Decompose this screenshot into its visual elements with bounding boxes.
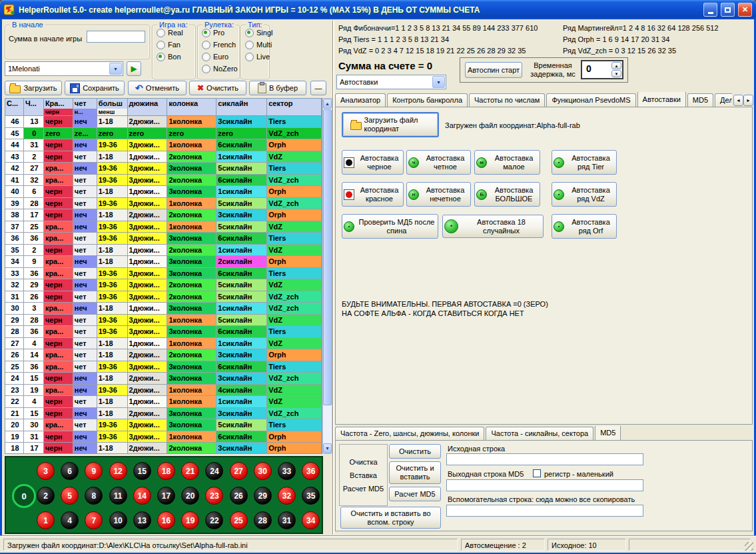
roulette-number[interactable]: 17 xyxy=(157,487,175,505)
radio-icon[interactable] xyxy=(157,41,165,49)
radio-option-Pro[interactable]: Pro xyxy=(202,28,238,37)
table-row[interactable]: 406чернчет1-181дюжи...3колонка1сиклайнOr… xyxy=(5,186,322,198)
table-row[interactable]: 1931черннеч19-363дюжи...1колонка6сиклайн… xyxy=(5,431,322,443)
table-row[interactable]: 1817черннеч1-182дюжи...2колонка3сиклайнO… xyxy=(5,443,322,454)
roulette-number[interactable]: 2 xyxy=(37,487,55,505)
autostake-random18-button[interactable]: • Автоставка 18 случайных xyxy=(442,215,544,238)
start-sum-input[interactable] xyxy=(87,31,145,43)
panel-splitter[interactable] xyxy=(332,21,334,535)
autostake-big-button[interactable]: Б Автоставка БОЛЬШОЕ xyxy=(474,182,540,207)
tab-Частота - сиклайны, сектора[interactable]: Частота - сиклайны, сектора xyxy=(486,427,593,440)
buffer-button[interactable]: В буфер xyxy=(249,81,306,95)
table-row[interactable]: 2030кра...чет19-363дюжи...3колонка5сикла… xyxy=(5,419,322,431)
tab-Функционал PsevdoMS[interactable]: Функционал PsevdoMS xyxy=(546,93,635,107)
table-row[interactable]: 2614кра...чет1-182дюжи...2колонка3сиклай… xyxy=(5,349,322,361)
table-row[interactable]: 349кра...неч1-181дюжи...3колонка2сиклайн… xyxy=(5,256,322,268)
md5-clear-paste-button[interactable]: Очистить и вставить xyxy=(389,461,441,484)
roulette-number[interactable]: 24 xyxy=(205,462,223,480)
autostake-red-button[interactable]: Автоставка красное xyxy=(342,182,404,207)
load-button[interactable]: Загрузить xyxy=(5,81,62,95)
radio-option-Live[interactable]: Live xyxy=(245,52,268,61)
roulette-number[interactable]: 3 xyxy=(37,462,55,480)
md5-output-input[interactable] xyxy=(446,479,643,491)
tab-Контроль банкролла[interactable]: Контроль банкролла xyxy=(387,93,468,107)
tab-Частота - Zero, шансы, дюжины, колонки[interactable]: Частота - Zero, шансы, дюжины, колонки xyxy=(335,427,484,440)
roulette-zero[interactable]: 0 xyxy=(12,484,36,508)
chevron-down-icon[interactable]: ▼ xyxy=(109,63,122,75)
close-button[interactable]: ✕ xyxy=(738,3,752,17)
spin-down-icon[interactable]: ▼ xyxy=(611,70,621,77)
radio-icon[interactable] xyxy=(202,65,210,73)
table-row[interactable]: 274чернчет1-181дюжи...1колонка1сиклайнVd… xyxy=(5,338,322,350)
radio-icon[interactable] xyxy=(157,29,165,37)
radio-icon[interactable] xyxy=(202,41,210,49)
scroll-down-icon[interactable]: ▼ xyxy=(323,443,332,453)
check-md5-button[interactable]: • Проверить МД5 после спина xyxy=(342,214,438,239)
autostake-tier-button[interactable]: • Автоставка ряд Tier xyxy=(552,150,617,175)
roulette-number[interactable]: 33 xyxy=(278,462,296,480)
autostake-black-button[interactable]: Автоставка черное xyxy=(342,150,404,175)
clear-button[interactable]: ✖ Очистить xyxy=(189,81,246,95)
table-row[interactable]: 4132кра...чет19-363дюжи...2колонка6сикла… xyxy=(5,175,322,187)
tab-MD5[interactable]: MD5 xyxy=(687,93,713,107)
tab-Анализатор[interactable]: Анализатор xyxy=(335,93,386,107)
column-header[interactable]: Ч... xyxy=(24,99,44,116)
roulette-number[interactable]: 14 xyxy=(133,487,151,505)
delay-spinner[interactable]: 0 ▲ ▼ xyxy=(581,60,623,79)
roulette-number[interactable]: 21 xyxy=(181,462,199,480)
table-row[interactable]: 2115черннеч1-182дюжи...3колонка3сиклайнV… xyxy=(5,408,322,420)
table-scrollbar[interactable]: ▲ ▼ xyxy=(322,98,332,454)
table-row[interactable]: 224чернчет1-181дюжи...1колонка1сиклайнVd… xyxy=(5,396,322,408)
radio-icon[interactable] xyxy=(157,53,165,61)
table-row[interactable]: 2928чернчет19-363дюжи...1колонка5сиклайн… xyxy=(5,315,322,327)
roulette-number[interactable]: 12 xyxy=(109,462,127,480)
radio-option-Bon[interactable]: Bon xyxy=(157,52,194,61)
spin-up-icon[interactable]: ▲ xyxy=(611,62,621,69)
tab-Автоставки[interactable]: Автоставки xyxy=(637,92,686,107)
table-row[interactable]: 4431черннеч19-363дюжи...1колонка6сиклайн… xyxy=(5,139,322,151)
roulette-number[interactable]: 23 xyxy=(205,487,223,505)
roulette-number[interactable]: 27 xyxy=(230,462,248,480)
radio-icon[interactable] xyxy=(245,29,254,37)
table-row[interactable]: 3126чернчет19-363дюжи...2колонка5сиклайн… xyxy=(5,291,322,303)
radio-option-Singl[interactable]: Singl xyxy=(245,28,268,37)
roulette-number[interactable]: 29 xyxy=(254,487,272,505)
chevron-down-icon[interactable]: ▼ xyxy=(432,76,445,88)
roulette-number[interactable]: 5 xyxy=(61,487,79,505)
table-row[interactable]: 4227кра...неч19-363дюжи...3колонка5сикла… xyxy=(5,163,322,175)
load-coords-button[interactable]: Загрузить файл координат xyxy=(342,112,439,137)
autostake-small-button[interactable]: м Автоставка малое xyxy=(474,150,540,175)
roulette-number[interactable]: 9 xyxy=(85,462,103,480)
roulette-number[interactable]: 26 xyxy=(230,487,248,505)
roulette-number[interactable]: 20 xyxy=(181,487,199,505)
tab-Частоты по числам[interactable]: Частоты по числам xyxy=(469,93,545,107)
autospin-start-button[interactable]: Автоспин старт xyxy=(465,62,522,78)
column-header[interactable]: большменш xyxy=(97,99,128,116)
roulette-number[interactable]: 35 xyxy=(302,487,320,505)
radio-icon[interactable] xyxy=(245,41,254,49)
table-row[interactable]: 3229черннеч19-363дюжи...2колонка5сиклайн… xyxy=(5,279,322,291)
table-row[interactable]: 3928чернчет19-363дюжи...1колонка5сиклайн… xyxy=(5,198,322,210)
roulette-number[interactable]: 25 xyxy=(230,511,248,529)
md5-clear-button[interactable]: Очистить xyxy=(389,444,441,459)
radio-option-Euro[interactable]: Euro xyxy=(202,52,238,61)
roulette-number[interactable]: 36 xyxy=(302,462,320,480)
table-row[interactable]: 450zeroze...zerozerozerozeroVdZ_zch xyxy=(5,128,322,140)
column-header[interactable]: колонка xyxy=(167,99,216,116)
md5-source-input[interactable] xyxy=(446,453,643,465)
md5-aux-input[interactable] xyxy=(446,505,643,517)
table-row[interactable]: 2415черннеч1-182дюжи...3колонка3сиклайнV… xyxy=(5,373,322,385)
roulette-number[interactable]: 22 xyxy=(205,511,223,529)
column-header[interactable]: дюжина xyxy=(128,99,168,116)
table-row[interactable]: 352чернчет1-181дюжи...2колонка1сиклайнVd… xyxy=(5,245,322,257)
column-header[interactable]: четн... xyxy=(73,99,97,116)
play-button[interactable]: ▶ xyxy=(127,61,141,76)
roulette-number[interactable]: 30 xyxy=(254,462,272,480)
tab-scroll-right-icon[interactable]: ► xyxy=(743,95,753,106)
radio-option-Real[interactable]: Real xyxy=(157,28,194,37)
table-row[interactable]: 2536кра...чет19-363дюжи...3колонка6сикла… xyxy=(5,361,322,373)
minimize-button[interactable] xyxy=(703,3,717,17)
table-row[interactable]: 3725кра...неч19-363дюжи...1колонка5сикла… xyxy=(5,221,322,233)
roulette-number[interactable]: 4 xyxy=(61,511,79,529)
table-row[interactable]: 3817черннеч1-182дюжи...2колонка3сиклайнO… xyxy=(5,209,322,221)
